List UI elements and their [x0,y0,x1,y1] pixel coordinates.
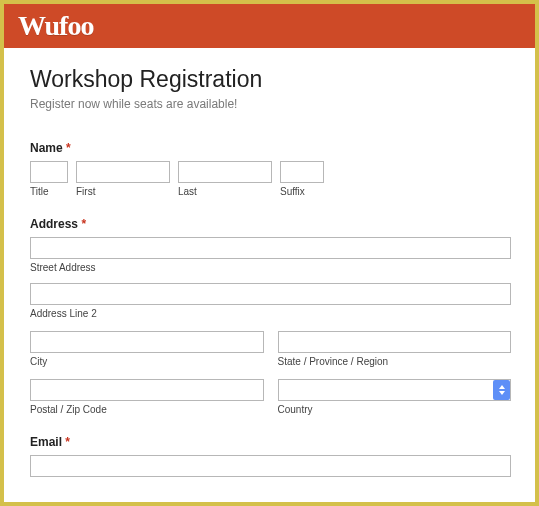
country-select[interactable] [278,379,512,401]
street-row: Street Address [30,237,511,273]
country-sublabel: Country [278,404,512,415]
name-title-col: Title [30,161,68,197]
brand-logo: Wufoo [18,10,93,42]
line2-sublabel: Address Line 2 [30,308,511,319]
line2-row: Address Line 2 [30,283,511,319]
street-sublabel: Street Address [30,262,511,273]
required-mark: * [81,217,86,231]
postal-col: Postal / Zip Code [30,379,264,415]
name-first-sublabel: First [76,186,170,197]
city-col: City [30,331,264,367]
required-mark: * [66,141,71,155]
header-bar: Wufoo [4,4,535,48]
state-input[interactable] [278,331,512,353]
country-col: Country [278,379,512,415]
city-sublabel: City [30,356,264,367]
field-group-name: Name * Title First Last Suffix [30,141,511,197]
postal-country-row: Postal / Zip Code Country [30,379,511,415]
name-suffix-input[interactable] [280,161,324,183]
required-mark: * [65,435,70,449]
name-inputs-row: Title First Last Suffix [30,161,511,197]
name-last-col: Last [178,161,272,197]
postal-sublabel: Postal / Zip Code [30,404,264,415]
field-group-address: Address * Street Address Address Line 2 … [30,217,511,415]
name-first-input[interactable] [76,161,170,183]
postal-input[interactable] [30,379,264,401]
address-label: Address * [30,217,511,231]
email-label-text: Email [30,435,62,449]
name-first-col: First [76,161,170,197]
name-title-input[interactable] [30,161,68,183]
name-last-input[interactable] [178,161,272,183]
form-title: Workshop Registration [30,66,511,93]
name-last-sublabel: Last [178,186,272,197]
country-select-wrap [278,379,512,401]
email-label: Email * [30,435,511,449]
email-input[interactable] [30,455,511,477]
name-label-text: Name [30,141,63,155]
address-label-text: Address [30,217,78,231]
state-col: State / Province / Region [278,331,512,367]
street-input[interactable] [30,237,511,259]
form-description: Register now while seats are available! [30,97,511,111]
name-label: Name * [30,141,511,155]
state-sublabel: State / Province / Region [278,356,512,367]
name-title-sublabel: Title [30,186,68,197]
form-content: Workshop Registration Register now while… [4,48,535,477]
page-frame: Wufoo Workshop Registration Register now… [0,0,539,506]
name-suffix-sublabel: Suffix [280,186,324,197]
city-input[interactable] [30,331,264,353]
city-state-row: City State / Province / Region [30,331,511,367]
field-group-email: Email * [30,435,511,477]
name-suffix-col: Suffix [280,161,324,197]
line2-input[interactable] [30,283,511,305]
